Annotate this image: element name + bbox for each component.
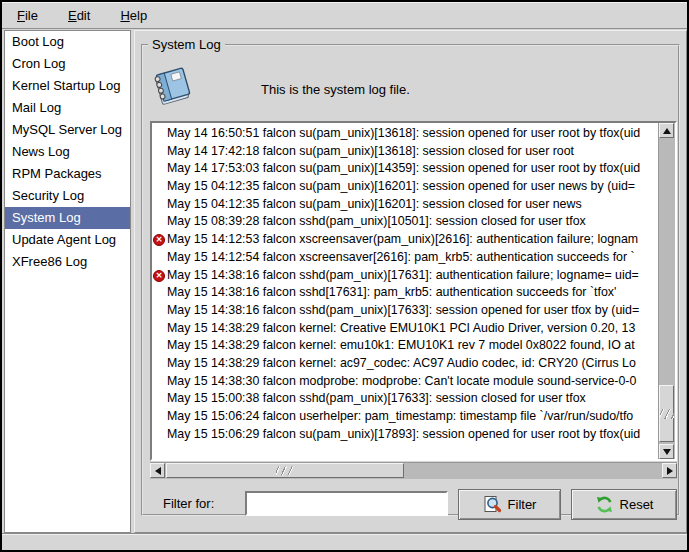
log-list-sidebar: Boot LogCron LogKernel Startup LogMail L… xyxy=(4,30,131,533)
sidebar-item-mysql-server-log[interactable]: MySQL Server Log xyxy=(5,119,130,141)
log-line[interactable]: May 14 17:42:18 falcon su(pam_unix)[1361… xyxy=(152,143,658,161)
sidebar-item-kernel-startup-log[interactable]: Kernel Startup Log xyxy=(5,75,130,97)
scroll-left-button[interactable] xyxy=(150,463,165,478)
horizontal-scrollbar[interactable] xyxy=(150,462,677,479)
vertical-scroll-thumb[interactable] xyxy=(659,385,674,442)
error-icon: ✕ xyxy=(153,270,165,282)
sidebar-item-security-log[interactable]: Security Log xyxy=(5,185,130,207)
log-line[interactable]: May 15 14:38:16 falcon sshd[17631]: pam_… xyxy=(152,284,658,302)
thumb-grip xyxy=(276,466,294,475)
log-line[interactable]: May 15 14:38:29 falcon kernel: ac97_code… xyxy=(152,355,658,373)
main-panel: System Log This is the system log file. xyxy=(134,30,687,533)
error-icon: ✕ xyxy=(153,234,165,246)
log-text: May 14 16:50:51 falcon su(pam_unix)[1361… xyxy=(167,126,640,140)
log-text: May 15 14:38:29 falcon kernel: emu10k1: … xyxy=(167,338,635,352)
log-text: May 15 14:38:16 falcon sshd[17631]: pam_… xyxy=(167,285,616,299)
log-line[interactable]: May 15 14:38:29 falcon kernel: emu10k1: … xyxy=(152,337,658,355)
log-line[interactable]: May 14 16:50:51 falcon su(pam_unix)[1361… xyxy=(152,125,658,143)
log-text: May 15 14:38:29 falcon kernel: Creative … xyxy=(167,321,635,335)
reset-button-label: Reset xyxy=(620,497,654,512)
menu-file[interactable]: File xyxy=(8,5,47,26)
thumb-grip xyxy=(660,409,674,419)
sidebar-item-boot-log[interactable]: Boot Log xyxy=(5,31,130,53)
log-view: May 14 16:50:51 falcon su(pam_unix)[1361… xyxy=(150,121,677,461)
app-window: FileEditHelp Boot LogCron LogKernel Star… xyxy=(0,0,689,552)
log-line[interactable]: ✕May 15 14:38:16 falcon sshd(pam_unix)[1… xyxy=(152,267,658,285)
log-line[interactable]: May 15 04:12:35 falcon su(pam_unix)[1620… xyxy=(152,178,658,196)
log-text: May 15 08:39:28 falcon sshd(pam_unix)[10… xyxy=(167,214,586,228)
system-log-frame: System Log This is the system log file. xyxy=(141,37,680,516)
log-description: This is the system log file. xyxy=(261,82,410,97)
log-text: May 15 15:06:29 falcon su(pam_unix)[1789… xyxy=(167,427,640,441)
log-line[interactable]: May 15 14:12:54 falcon xscreensaver[2616… xyxy=(152,249,658,267)
log-line[interactable]: May 15 14:38:30 falcon modprobe: modprob… xyxy=(152,373,658,391)
filter-input[interactable] xyxy=(245,491,448,516)
scroll-right-button[interactable] xyxy=(662,463,677,478)
log-text: May 15 04:12:35 falcon su(pam_unix)[1620… xyxy=(167,197,582,211)
sidebar-item-update-agent-log[interactable]: Update Agent Log xyxy=(5,229,130,251)
log-viewport: May 14 16:50:51 falcon su(pam_unix)[1361… xyxy=(152,123,658,459)
log-text: May 15 04:12:35 falcon su(pam_unix)[1620… xyxy=(167,179,635,193)
sidebar-item-mail-log[interactable]: Mail Log xyxy=(5,97,130,119)
scroll-down-button[interactable] xyxy=(659,444,674,459)
log-line[interactable]: May 15 14:38:29 falcon kernel: Creative … xyxy=(152,320,658,338)
log-text: May 15 14:12:53 falcon xscreensaver(pam_… xyxy=(167,232,638,246)
log-line[interactable]: May 15 08:39:28 falcon sshd(pam_unix)[10… xyxy=(152,213,658,231)
log-text: May 15 14:38:16 falcon sshd(pam_unix)[17… xyxy=(167,268,639,282)
log-text: May 15 14:12:54 falcon xscreensaver[2616… xyxy=(167,250,635,264)
menu-edit[interactable]: Edit xyxy=(59,5,99,26)
vertical-scrollbar[interactable] xyxy=(658,123,675,459)
notebook-icon xyxy=(149,62,191,110)
filter-label: Filter for: xyxy=(163,496,214,511)
log-text: May 15 15:06:24 falcon userhelper: pam_t… xyxy=(167,409,633,423)
sidebar-item-system-log[interactable]: System Log xyxy=(5,207,130,229)
log-line[interactable]: ✕May 15 14:12:53 falcon xscreensaver(pam… xyxy=(152,231,658,249)
log-text: May 15 14:38:30 falcon modprobe: modprob… xyxy=(167,374,636,388)
scroll-up-button[interactable] xyxy=(659,123,674,138)
sidebar-item-xfree86-log[interactable]: XFree86 Log xyxy=(5,251,130,273)
log-line[interactable]: May 15 15:06:24 falcon userhelper: pam_t… xyxy=(152,408,658,426)
log-text: May 15 14:38:16 falcon sshd(pam_unix)[17… xyxy=(167,303,639,317)
log-text: May 15 15:00:38 falcon sshd(pam_unix)[17… xyxy=(167,391,586,405)
reset-refresh-icon xyxy=(595,495,614,514)
log-text: May 14 17:53:03 falcon su(pam_unix)[1435… xyxy=(167,161,640,175)
filter-search-icon xyxy=(483,495,502,514)
sidebar-item-cron-log[interactable]: Cron Log xyxy=(5,53,130,75)
horizontal-scroll-thumb[interactable] xyxy=(166,463,404,478)
log-text: May 15 14:38:29 falcon kernel: ac97_code… xyxy=(167,356,636,370)
log-text: May 14 17:42:18 falcon su(pam_unix)[1361… xyxy=(167,144,574,158)
log-line[interactable]: May 15 15:00:38 falcon sshd(pam_unix)[17… xyxy=(152,390,658,408)
reset-button[interactable]: Reset xyxy=(571,489,677,520)
statusbar xyxy=(2,533,687,550)
log-line[interactable]: May 15 14:38:16 falcon sshd(pam_unix)[17… xyxy=(152,302,658,320)
sidebar-item-rpm-packages[interactable]: RPM Packages xyxy=(5,163,130,185)
log-line[interactable]: May 14 17:53:03 falcon su(pam_unix)[1435… xyxy=(152,160,658,178)
frame-title: System Log xyxy=(148,37,225,52)
menu-help[interactable]: Help xyxy=(111,5,156,26)
sidebar-item-news-log[interactable]: News Log xyxy=(5,141,130,163)
filter-button[interactable]: Filter xyxy=(458,489,561,520)
filter-button-label: Filter xyxy=(508,497,537,512)
log-line[interactable]: May 15 15:06:29 falcon su(pam_unix)[1789… xyxy=(152,426,658,444)
log-line[interactable]: May 15 04:12:35 falcon su(pam_unix)[1620… xyxy=(152,196,658,214)
menubar: FileEditHelp xyxy=(2,2,687,29)
